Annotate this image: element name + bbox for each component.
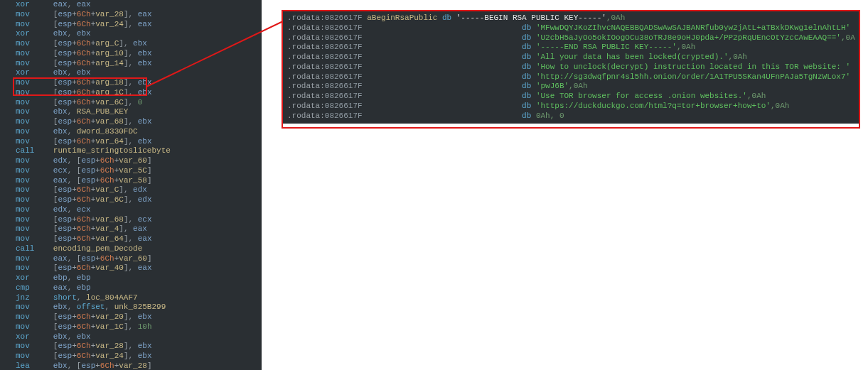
rodata-line[interactable]: .rodata:0826617F db 'Use TOR browser for…	[287, 92, 854, 102]
disasm-line[interactable]: mov edx, [esp+6Ch+var_60]	[16, 156, 259, 166]
disasm-line[interactable]: jnz short, loc_804AAF7	[16, 293, 259, 303]
disasm-line[interactable]: mov [esp+6Ch+var_24], eax	[16, 20, 259, 30]
disasm-line[interactable]: mov edx, ecx	[16, 205, 259, 215]
rodata-line[interactable]: .rodata:0826617F db 'U2cbH5aJyOo5okIOogO…	[287, 33, 854, 43]
rodata-line[interactable]: .rodata:0826617F db 'pwJ6B',0Ah	[287, 82, 854, 92]
disasm-line[interactable]: mov eax, [esp+6Ch+var_60]	[16, 254, 259, 264]
rodata-line[interactable]: .rodata:0826617F db 0Ah, 0	[287, 111, 854, 121]
rodata-panel[interactable]: .rodata:0826617F aBeginRsaPublic db '---…	[283, 11, 859, 124]
disasm-line[interactable]: mov [esp+6Ch+var_64], eax	[16, 234, 259, 244]
disasm-line[interactable]: mov [esp+6Ch+var_28], ebx	[16, 342, 259, 352]
disasm-line[interactable]: mov ecx, [esp+6Ch+var_5C]	[16, 166, 259, 176]
disasm-line[interactable]: mov [esp+6Ch+var_4], eax	[16, 224, 259, 234]
disasm-line[interactable]: xor ebx, ebx	[16, 68, 259, 78]
disasm-line[interactable]: mov [esp+6Ch+var_68], ebx	[16, 117, 259, 127]
disasm-line[interactable]: mov [esp+6Ch+var_64], ebx	[16, 137, 259, 147]
disasm-line[interactable]: mov [esp+6Ch+var_C], edx	[16, 185, 259, 195]
rodata-line[interactable]: .rodata:0826617F db 'https://duckduckgo.…	[287, 102, 854, 111]
disasm-line[interactable]: xor ebp, ebp	[16, 273, 259, 283]
disassembly-panel[interactable]: xor eax, eaxmov [esp+6Ch+var_28], eaxmov…	[0, 0, 262, 370]
disasm-line[interactable]: mov [esp+6Ch+var_68], ecx	[16, 215, 259, 225]
disasm-line[interactable]: mov [esp+6Ch+arg_C], ebx	[16, 39, 259, 49]
disasm-line[interactable]: xor eax, eax	[16, 0, 259, 10]
disasm-line[interactable]: mov [esp+6Ch+arg_14], ebx	[16, 59, 259, 69]
disasm-line[interactable]: mov [esp+6Ch+var_24], ebx	[16, 352, 259, 361]
disasm-line[interactable]: mov ebx, dword_8330FDC	[16, 127, 259, 137]
rodata-line[interactable]: .rodata:0826617F aBeginRsaPublic db '---…	[287, 13, 854, 23]
disasm-line[interactable]: call encoding_pem_Decode	[16, 244, 259, 254]
disasm-line[interactable]: call runtime_stringtoslicebyte	[16, 146, 259, 156]
disasm-line[interactable]: mov [esp+6Ch+var_28], eax	[16, 10, 259, 20]
disasm-line[interactable]: mov ebx, RSA_PUB_KEY	[16, 107, 259, 117]
disasm-line[interactable]: mov ebx, offset, unk_825B299	[16, 303, 259, 312]
disasm-line[interactable]: mov [esp+6Ch+var_1C], 10h	[16, 322, 259, 332]
rodata-line[interactable]: .rodata:0826617F db 'http://sg3dwqfpnr4s…	[287, 72, 854, 82]
disasm-line[interactable]: mov [esp+6Ch+var_6C], 0	[16, 98, 259, 108]
disasm-line[interactable]: mov [esp+6Ch+var_20], ebx	[16, 312, 259, 322]
disasm-line[interactable]: mov eax, [esp+6Ch+var_58]	[16, 176, 259, 186]
disasm-line[interactable]: mov [esp+6Ch+arg_18], ebx	[16, 78, 259, 88]
disasm-line[interactable]: mov [esp+6Ch+var_6C], edx	[16, 195, 259, 205]
disasm-line[interactable]: mov [esp+6Ch+arg_1C], ebx	[16, 88, 259, 98]
rodata-line[interactable]: .rodata:0826617F db 'All your data has b…	[287, 53, 854, 62]
disasm-line[interactable]: mov [esp+6Ch+arg_10], ebx	[16, 49, 259, 59]
rodata-line[interactable]: .rodata:0826617F db 'How to unclock(decr…	[287, 62, 854, 72]
rodata-line[interactable]: .rodata:0826617F db 'MFwwDQYJKoZIhvcNAQE…	[287, 23, 854, 33]
rodata-line[interactable]: .rodata:0826617F db '-----END RSA PUBLIC…	[287, 43, 854, 53]
disasm-line[interactable]: mov [esp+6Ch+var_40], eax	[16, 263, 259, 273]
disasm-line[interactable]: lea ebx, [esp+6Ch+var_28]	[16, 361, 259, 370]
ida-screenshot: xor eax, eaxmov [esp+6Ch+var_28], eaxmov…	[0, 0, 868, 370]
disasm-line[interactable]: cmp eax, ebp	[16, 283, 259, 293]
disasm-line[interactable]: xor ebx, ebx	[16, 332, 259, 342]
disasm-line[interactable]: xor ebx, ebx	[16, 29, 259, 39]
